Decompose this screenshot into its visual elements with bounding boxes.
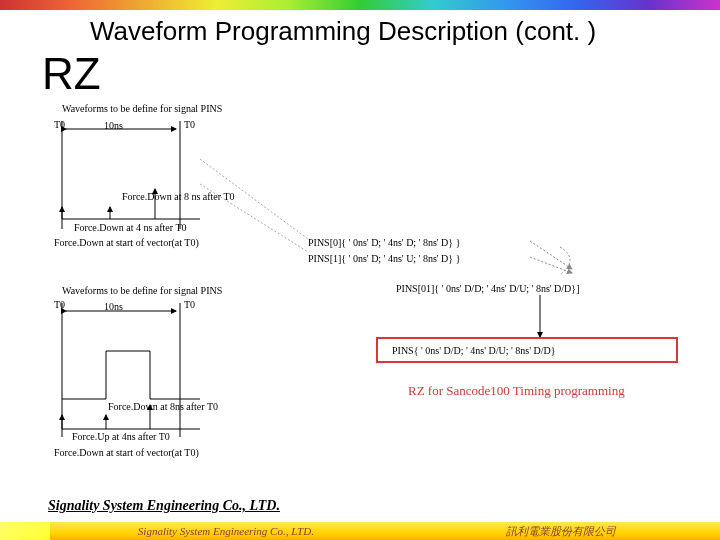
pins0-label: PINS[0]{ ' 0ns' D; ' 4ns' D; ' 8ns' D} } [308,237,460,248]
footer-logo [0,522,50,540]
pins01-label: PINS[01]{ ' 0ns' D/D; ' 4ns' D/U; ' 8ns'… [396,283,579,294]
fd8b-label: Force.Down at 8ns after T0 [108,401,218,412]
pins1-label: PINS[1]{ ' 0ns' D; ' 4ns' U; ' 8ns' D} } [308,253,460,264]
wf-define-label-2: Waveforms to be define for signal PINS [62,285,222,296]
fdstart2-label: Force.Down at start of vector(at T0) [54,447,199,458]
t0-label-2: T0 [54,299,65,310]
tenns-label-1: 10ns [104,120,123,131]
svg-line-16 [530,241,572,269]
footer-en: Signality System Engineering Co., LTD. [50,522,402,540]
pins-boxed-label: PINS{ ' 0ns' D/D; ' 4ns' D/U; ' 8ns' D/D… [392,345,555,356]
bottom-bar: Signality System Engineering Co., LTD. 訊… [0,522,720,540]
t10-label-1: T0 [184,119,195,130]
red-caption: RZ for Sancode100 Timing programming [408,383,625,399]
red-pins-box: PINS{ ' 0ns' D/D; ' 4ns' D/U; ' 8ns' D/D… [376,337,678,363]
svg-line-17 [530,257,572,273]
fu4-label: Force.Up at 4ns after T0 [72,431,170,442]
fd8-label: Force.Down at 8 ns after T0 [122,191,235,202]
tenns-label-2: 10ns [104,301,123,312]
fd4-label: Force.Down at 4 ns after T0 [74,222,187,233]
fdstart-label: Force.Down at start of vector(at T0) [54,237,199,248]
t10-label-2: T0 [184,299,195,310]
slide-title: Waveform Programming Description (cont. … [0,10,720,51]
content-area: Waveforms to be define for signal PINS T… [0,99,720,485]
rainbow-bar [0,0,720,10]
rz-heading: RZ [0,49,720,99]
footer-zh: 訊利電業股份有限公司 [402,522,720,540]
t0-label-1: T0 [54,119,65,130]
wf-define-label-1: Waveforms to be define for signal PINS [62,103,222,114]
footer-italic-line: Signality System Engineering Co., LTD. [48,498,280,514]
